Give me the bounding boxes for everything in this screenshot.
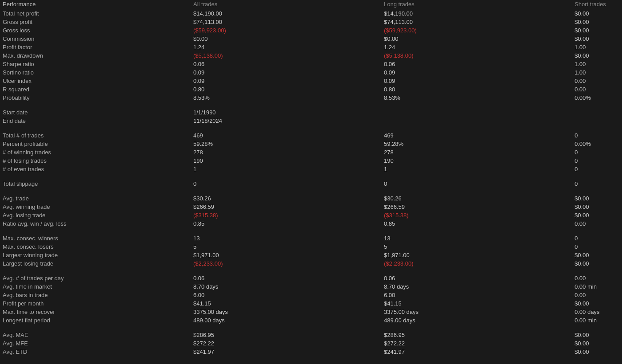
row-all-value: ($5,138.00): [191, 51, 381, 60]
table-row: Largest losing trade($2,233.00)($2,233.0…: [0, 259, 622, 268]
table-row: Avg. losing trade($315.38)($315.38)$0.00: [0, 211, 622, 219]
row-long-value: $74,113.00: [381, 18, 572, 26]
row-short-value: 0.00: [572, 85, 622, 94]
row-long-value: 0.09: [381, 68, 572, 77]
row-all-value: 278: [191, 148, 381, 157]
row-short-value: 0: [572, 157, 622, 165]
table-row: Avg. # of trades per day0.060.060.00: [0, 274, 622, 282]
row-long-value: ($5,138.00): [381, 51, 572, 60]
row-label: Avg. MAE: [0, 331, 191, 339]
row-long-value: 1.24: [381, 43, 572, 51]
row-short-value: $0.00: [572, 299, 622, 308]
row-short-value: 1.00: [572, 60, 622, 68]
row-label: Probability: [0, 94, 191, 102]
row-long-value: 6.00: [381, 291, 572, 299]
row-long-value: 0.06: [381, 274, 572, 282]
row-label: Percent profitable: [0, 140, 191, 148]
row-all-value: 469: [191, 131, 381, 140]
table-row: Avg. time in market8.70 days8.70 days0.0…: [0, 282, 622, 291]
row-long-value: 8.53%: [381, 94, 572, 102]
row-all-value: 1.24: [191, 43, 381, 51]
row-short-value: [572, 108, 622, 117]
row-all-value: 5: [191, 243, 381, 251]
row-short-value: 0.00 min: [572, 282, 622, 291]
row-long-value: 1: [381, 165, 572, 173]
row-long-value: $1,971.00: [381, 251, 572, 259]
table-row: Percent profitable59.28%59.28%0.00%: [0, 140, 622, 148]
row-short-value: 0.00%: [572, 94, 622, 102]
row-long-value: $14,190.00: [381, 9, 572, 18]
row-all-value: 190: [191, 157, 381, 165]
row-label: Total slippage: [0, 180, 191, 188]
row-label: # of even trades: [0, 165, 191, 173]
row-long-value: 0.09: [381, 77, 572, 85]
row-long-value: 278: [381, 148, 572, 157]
row-short-value: 0.00: [572, 291, 622, 299]
row-all-value: 6.00: [191, 291, 381, 299]
row-all-value: $0.00: [191, 35, 381, 43]
table-row: # of winning trades2782780: [0, 148, 622, 157]
row-all-value: 0.09: [191, 77, 381, 85]
row-label: Gross loss: [0, 26, 191, 35]
row-short-value: 0: [572, 234, 622, 243]
row-all-value: 11/18/2024: [191, 117, 381, 125]
col-header-long-trades: Long trades: [381, 0, 572, 9]
row-all-value: 8.53%: [191, 94, 381, 102]
table-row: Longest flat period489.00 days489.00 day…: [0, 316, 622, 325]
col-header-short-trades: Short trades: [572, 0, 622, 9]
row-all-value: ($59,923.00): [191, 26, 381, 35]
table-row: End date11/18/2024: [0, 117, 622, 125]
row-all-value: $266.59: [191, 203, 381, 211]
row-short-value: $0.00: [572, 9, 622, 18]
table-row: Commission$0.00$0.00$0.00: [0, 35, 622, 43]
row-long-value: $266.59: [381, 203, 572, 211]
spacer-row: [0, 102, 622, 108]
table-row: Ratio avg. win / avg. loss0.850.850.00: [0, 219, 622, 228]
row-label: Gross profit: [0, 18, 191, 26]
spacer-row: [0, 125, 622, 131]
row-short-value: $0.00: [572, 18, 622, 26]
row-all-value: $14,190.00: [191, 9, 381, 18]
table-row: Max. drawdown($5,138.00)($5,138.00)$0.00: [0, 51, 622, 60]
row-long-value: $41.15: [381, 299, 572, 308]
row-label: Start date: [0, 108, 191, 117]
row-long-value: 13: [381, 234, 572, 243]
row-all-value: 0.80: [191, 85, 381, 94]
row-short-value: [572, 117, 622, 125]
table-row: Avg. ETD$241.97$241.97$0.00: [0, 348, 622, 356]
row-label: Profit per month: [0, 299, 191, 308]
table-row: R squared0.800.800.00: [0, 85, 622, 94]
table-row: Gross loss($59,923.00)($59,923.00)$0.00: [0, 26, 622, 35]
table-row: Total # of trades4694690: [0, 131, 622, 140]
row-short-value: $0.00: [572, 35, 622, 43]
row-label: Ulcer index: [0, 77, 191, 85]
row-long-value: ($59,923.00): [381, 26, 572, 35]
row-long-value: 0.06: [381, 60, 572, 68]
row-long-value: ($2,233.00): [381, 259, 572, 268]
row-long-value: 3375.00 days: [381, 308, 572, 316]
row-label: Avg. time in market: [0, 282, 191, 291]
row-long-value: 469: [381, 131, 572, 140]
row-short-value: $0.00: [572, 26, 622, 35]
row-label: Largest losing trade: [0, 259, 191, 268]
row-all-value: 0.06: [191, 274, 381, 282]
row-all-value: $30.26: [191, 194, 381, 203]
row-all-value: 13: [191, 234, 381, 243]
row-label: Total net profit: [0, 9, 191, 18]
row-label: R squared: [0, 85, 191, 94]
table-row: Avg. MAE$286.95$286.95$0.00: [0, 331, 622, 339]
row-long-value: 190: [381, 157, 572, 165]
col-header-performance: Performance: [0, 0, 191, 9]
table-row: Max. consec. losers550: [0, 243, 622, 251]
row-all-value: 0.06: [191, 60, 381, 68]
row-label: Commission: [0, 35, 191, 43]
table-row: Max. time to recover3375.00 days3375.00 …: [0, 308, 622, 316]
row-all-value: $1,971.00: [191, 251, 381, 259]
row-label: Ratio avg. win / avg. loss: [0, 219, 191, 228]
row-long-value: $30.26: [381, 194, 572, 203]
row-label: Profit factor: [0, 43, 191, 51]
table-row: # of even trades110: [0, 165, 622, 173]
table-row: Profit per month$41.15$41.15$0.00: [0, 299, 622, 308]
row-label: Max. drawdown: [0, 51, 191, 60]
row-all-value: $241.97: [191, 348, 381, 356]
